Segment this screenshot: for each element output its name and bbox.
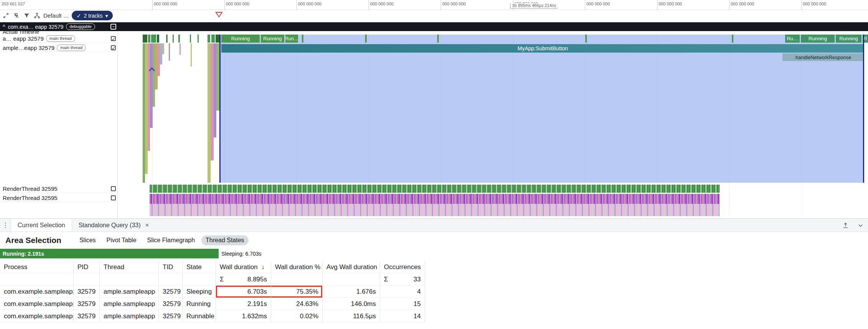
view-tab-slice-flamegraph[interactable]: Slice Flamegraph — [143, 235, 199, 245]
table-cell[interactable]: 146.0ms — [323, 298, 380, 310]
table-cell[interactable]: 2.191s — [216, 298, 271, 310]
column-header[interactable]: Process — [0, 261, 74, 273]
table-cell[interactable]: 6.703s — [216, 286, 271, 298]
thread-state-slice[interactable] — [208, 35, 210, 43]
table-cell[interactable]: 0.02% — [271, 310, 323, 322]
expand-tracks-icon[interactable] — [2, 12, 10, 20]
flame-slice[interactable] — [208, 43, 211, 183]
tracks-filter-button[interactable]: ✓ 2 tracks ▾ — [72, 11, 113, 20]
renderthread-track-2-slices-lower[interactable] — [150, 204, 720, 216]
group-checkbox-indeterminate[interactable]: – — [110, 24, 116, 30]
thread-state-track[interactable]: RunningRunningRun…Ru…RunningRunningR — [0, 35, 868, 43]
timeline-ruler[interactable]: 203 661 027 000 000 000000 000 000000 00… — [0, 0, 868, 10]
sort-desc-icon[interactable]: ↓ — [262, 263, 265, 271]
table-cell[interactable]: ample.sampleapp — [100, 310, 159, 322]
track-row-renderthread-1[interactable]: RenderThread 32595 — [0, 185, 117, 193]
column-header[interactable]: Avg Wall duration — [323, 261, 380, 273]
flame-slice[interactable] — [214, 43, 216, 137]
track-row-renderthread-2[interactable]: RenderThread 32595 — [0, 194, 117, 202]
column-header[interactable]: Occurrences — [380, 261, 425, 273]
track-row-actual-timeline[interactable]: Actual Timeline — [0, 31, 117, 35]
table-cell[interactable]: 32579 — [159, 310, 183, 322]
table-row[interactable]: com.example.sampleapp32579ample.sampleap… — [0, 286, 425, 298]
table-cell[interactable]: 14 — [380, 310, 425, 322]
table-row[interactable]: com.example.sampleapp32579ample.sampleap… — [0, 298, 425, 310]
table-cell[interactable]: ample.sampleapp — [100, 286, 159, 298]
selection-left-edge[interactable] — [219, 35, 221, 183]
thread-state-slice[interactable] — [166, 35, 168, 43]
column-header[interactable]: Thread — [100, 261, 159, 273]
workspace-icon[interactable] — [33, 12, 41, 20]
thread-state-slice[interactable] — [211, 35, 215, 43]
flame-slice[interactable] — [216, 43, 219, 111]
table-cell[interactable]: com.example.sampleapp — [0, 298, 74, 310]
thread-state-slice[interactable] — [190, 35, 191, 43]
column-header[interactable]: Wall duration↓ — [216, 261, 271, 273]
pin-off-icon[interactable] — [12, 12, 20, 20]
state-summary-bar[interactable]: Running: 2.191s Sleeping: 6.703s — [0, 249, 868, 258]
track-row-main-thread-slices[interactable]: ample…eapp 32579 main thread ✓ — [0, 43, 117, 52]
chevron-down-icon[interactable] — [857, 222, 864, 229]
table-cell[interactable]: 32579 — [159, 286, 183, 298]
thread-state-slice[interactable]: Running — [221, 35, 260, 43]
track-checkbox[interactable]: ✓ — [111, 45, 116, 50]
track-checkbox[interactable]: ✓ — [111, 36, 116, 41]
renderthread-track-1-slices[interactable] — [150, 185, 720, 193]
flame-slice[interactable] — [169, 43, 170, 61]
column-header[interactable]: Wall duration % — [271, 261, 323, 273]
process-group-header[interactable]: ^ com.exa… eapp 32579 debuggable – — [0, 22, 868, 31]
thread-state-slice[interactable] — [216, 35, 219, 43]
table-cell[interactable]: 32579 — [159, 298, 183, 310]
tab-current-selection[interactable]: Current Selection — [11, 219, 72, 231]
table-cell[interactable]: 15 — [380, 298, 425, 310]
track-checkbox[interactable] — [111, 186, 116, 191]
collapse-panel-icon[interactable] — [842, 222, 849, 229]
submit-button-slice[interactable]: MyApp:SubmitButton — [221, 44, 864, 53]
thread-state-slice[interactable]: Ru… — [785, 35, 800, 43]
flame-slice[interactable] — [145, 43, 148, 174]
table-cell[interactable]: ample.sampleapp — [100, 298, 159, 310]
thread-state-slice[interactable] — [157, 35, 159, 43]
thread-state-slice[interactable] — [302, 35, 303, 43]
collapse-caret-icon[interactable]: ^ — [3, 24, 5, 30]
summary-running-segment[interactable]: Running: 2.191s — [0, 249, 219, 258]
thread-state-slice[interactable] — [143, 35, 147, 43]
view-tab-pivot-table[interactable]: Pivot Table — [102, 235, 141, 245]
column-header[interactable]: PID — [74, 261, 100, 273]
column-header[interactable]: State — [183, 261, 216, 273]
table-cell[interactable]: 32579 — [74, 286, 100, 298]
thread-state-slice[interactable] — [585, 35, 587, 43]
table-cell[interactable]: 24.63% — [271, 298, 323, 310]
drag-handle-icon[interactable]: ⋮ — [0, 219, 11, 231]
view-tab-slices[interactable]: Slices — [75, 235, 100, 245]
thread-state-slice[interactable] — [198, 35, 199, 43]
table-cell[interactable]: 1.676s — [323, 286, 380, 298]
timeline-canvas[interactable]: RunningRunningRun…Ru…RunningRunningR MyA… — [0, 22, 868, 218]
table-row[interactable]: com.example.sampleapp32579ample.sampleap… — [0, 310, 425, 322]
thread-state-slice[interactable]: Run… — [285, 35, 298, 43]
table-cell[interactable]: Running — [183, 298, 216, 310]
close-tab-icon[interactable]: × — [145, 222, 149, 229]
thread-state-slice[interactable] — [365, 35, 367, 43]
thread-state-slice[interactable] — [437, 35, 439, 43]
table-cell[interactable]: 116.5μs — [323, 310, 380, 322]
flame-slice[interactable] — [162, 43, 164, 54]
flame-slice[interactable] — [191, 43, 192, 66]
flame-slice[interactable] — [211, 43, 214, 160]
renderthread-track-2-slices[interactable] — [150, 194, 720, 204]
filter-icon[interactable] — [23, 12, 30, 20]
flame-slice[interactable] — [150, 43, 153, 128]
table-cell[interactable]: Sleeping — [183, 286, 216, 298]
thread-state-slice[interactable]: Running — [261, 35, 284, 43]
selection-right-edge[interactable] — [863, 35, 864, 183]
flame-slice[interactable] — [155, 43, 158, 89]
workspace-selector[interactable]: Default … — [43, 12, 69, 19]
table-cell[interactable]: 75.35% — [271, 286, 323, 298]
table-cell[interactable]: 1.632ms — [216, 310, 271, 322]
view-tab-thread-states[interactable]: Thread States — [201, 235, 249, 245]
column-header[interactable]: TID — [159, 261, 183, 273]
table-cell[interactable]: 4 — [380, 286, 425, 298]
tab-standalone-query[interactable]: Standalone Query (33) × — [72, 219, 156, 231]
thread-state-slice[interactable]: Running — [801, 35, 835, 43]
summary-sleeping-segment[interactable]: Sleeping: 6.703s — [219, 249, 261, 258]
